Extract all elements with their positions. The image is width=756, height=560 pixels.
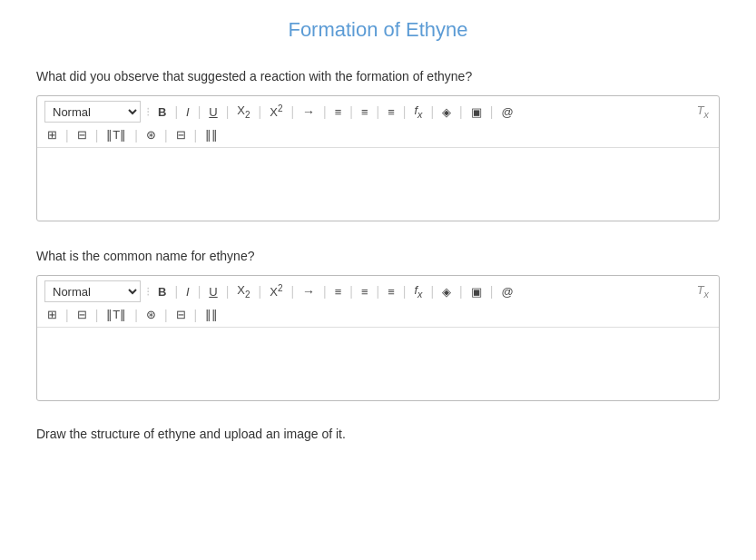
- italic-button-1[interactable]: I: [183, 104, 192, 120]
- sep-7: |: [323, 104, 327, 119]
- sep2-r2-2: |: [95, 308, 99, 322]
- fx-button-2[interactable]: fx: [411, 282, 425, 300]
- sep2-r2-3: |: [134, 308, 138, 322]
- toolbar-row2-q1: ⊞ | ⊟ | ‖T‖ | ⊛ | ⊟ | ‖‖: [44, 127, 712, 142]
- clear-format-button-1[interactable]: Tx: [694, 103, 712, 121]
- question-block-2: What is the common name for ethyne? Norm…: [36, 247, 720, 401]
- sep-12: |: [459, 104, 463, 119]
- subscript-button-1[interactable]: X2: [234, 103, 252, 121]
- sep2-1: ⁝: [146, 284, 150, 299]
- page-title: Formation of Ethyne: [36, 18, 720, 42]
- link-button-2[interactable]: @: [498, 284, 515, 300]
- sep-5: |: [259, 104, 262, 119]
- sep-6: |: [290, 104, 294, 119]
- columns-button-1[interactable]: ‖‖: [202, 127, 221, 142]
- formula-button-2[interactable]: ◈: [439, 284, 454, 300]
- bold-button-2[interactable]: B: [155, 284, 169, 300]
- sep-4: |: [226, 104, 230, 119]
- bold-button-1[interactable]: B: [155, 104, 169, 120]
- sep-11: |: [430, 104, 434, 119]
- image-button-2[interactable]: ▣: [468, 284, 485, 300]
- italic-button-2[interactable]: I: [183, 284, 192, 300]
- sep-3: |: [198, 104, 201, 119]
- arrow-button-2[interactable]: →: [299, 283, 318, 300]
- clear-format-button-2[interactable]: Tx: [694, 282, 712, 300]
- editor-content-2[interactable]: [37, 328, 719, 400]
- sep2-r2-5: |: [194, 308, 198, 322]
- sep-1: ⁝: [146, 104, 150, 119]
- arrow-button-1[interactable]: →: [299, 103, 318, 120]
- list-ol-button-1[interactable]: ≡: [332, 104, 345, 120]
- sep-r2-5: |: [194, 128, 198, 142]
- table-button-1[interactable]: ⊞: [44, 127, 60, 142]
- special-button-1[interactable]: ⊛: [143, 127, 159, 142]
- columns-button-2[interactable]: ‖‖: [202, 307, 221, 322]
- code-button-1[interactable]: ‖T‖: [103, 127, 129, 142]
- toolbar-1: Normal Heading 1 Heading 2 Heading 3 Pre…: [37, 96, 719, 148]
- list-ul-button-1[interactable]: ≡: [358, 104, 371, 120]
- special-button-2[interactable]: ⊛: [143, 307, 159, 322]
- sep-10: |: [403, 104, 407, 119]
- sep2-5: |: [259, 284, 262, 299]
- sep2-6: |: [290, 284, 294, 299]
- sep-r2-4: |: [164, 128, 168, 142]
- underline-button-1[interactable]: U: [206, 104, 220, 120]
- fx-button-1[interactable]: fx: [411, 103, 425, 121]
- style-select-2[interactable]: Normal Heading 1 Heading 2 Heading 3 Pre…: [44, 280, 141, 302]
- question-label-2: What is the common name for ethyne?: [36, 247, 720, 266]
- blockquote-button-1[interactable]: ⊟: [74, 127, 90, 142]
- style-select-1[interactable]: Normal Heading 1 Heading 2 Heading 3 Pre…: [44, 101, 141, 123]
- sep2-12: |: [459, 284, 463, 299]
- list-ul-button-2[interactable]: ≡: [358, 284, 371, 300]
- image-button-1[interactable]: ▣: [468, 104, 485, 120]
- sep-9: |: [377, 104, 380, 119]
- toolbar-2: Normal Heading 1 Heading 2 Heading 3 Pre…: [37, 276, 719, 328]
- sep2-3: |: [198, 284, 201, 299]
- sep2-2: |: [174, 284, 178, 299]
- toolbar-row1-q1: Normal Heading 1 Heading 2 Heading 3 Pre…: [44, 101, 712, 123]
- question-label-1: What did you observe that suggested a re…: [36, 67, 720, 86]
- question-block-1: What did you observe that suggested a re…: [36, 67, 720, 221]
- sep2-9: |: [377, 284, 380, 299]
- sep2-r2-4: |: [164, 308, 168, 322]
- superscript-button-1[interactable]: X2: [267, 103, 285, 120]
- sep2-4: |: [226, 284, 230, 299]
- indent-button-1[interactable]: ≡: [385, 104, 398, 120]
- superscript-button-2[interactable]: X2: [267, 282, 285, 300]
- editor-box-1: Normal Heading 1 Heading 2 Heading 3 Pre…: [36, 95, 720, 221]
- blockquote-button-2[interactable]: ⊟: [74, 307, 90, 322]
- table-button-2[interactable]: ⊞: [44, 307, 60, 322]
- sep2-8: |: [349, 284, 353, 299]
- code-button-2[interactable]: ‖T‖: [103, 307, 129, 322]
- sep2-7: |: [323, 284, 327, 299]
- footer-text: Draw the structure of ethyne and upload …: [36, 427, 720, 441]
- sep-r2-2: |: [95, 128, 99, 142]
- editor-content-1[interactable]: [37, 148, 719, 221]
- align-button-1[interactable]: ⊟: [173, 127, 189, 142]
- subscript-button-2[interactable]: X2: [234, 282, 252, 300]
- link-button-1[interactable]: @: [498, 104, 515, 120]
- align-button-2[interactable]: ⊟: [173, 307, 189, 322]
- editor-box-2: Normal Heading 1 Heading 2 Heading 3 Pre…: [36, 275, 720, 401]
- sep-8: |: [349, 104, 353, 119]
- underline-button-2[interactable]: U: [206, 284, 220, 300]
- formula-button-1[interactable]: ◈: [439, 104, 454, 120]
- list-ol-button-2[interactable]: ≡: [332, 284, 345, 300]
- indent-button-2[interactable]: ≡: [385, 284, 398, 300]
- sep-2: |: [174, 104, 178, 119]
- sep2-10: |: [403, 284, 407, 299]
- toolbar-row1-q2: Normal Heading 1 Heading 2 Heading 3 Pre…: [44, 280, 712, 302]
- toolbar-row2-q2: ⊞ | ⊟ | ‖T‖ | ⊛ | ⊟ | ‖‖: [44, 307, 712, 322]
- sep2-13: |: [490, 284, 494, 299]
- sep2-r2-1: |: [65, 308, 69, 322]
- sep2-11: |: [430, 284, 434, 299]
- sep-13: |: [490, 104, 494, 119]
- sep-r2-3: |: [134, 128, 138, 142]
- sep-r2-1: |: [65, 128, 69, 142]
